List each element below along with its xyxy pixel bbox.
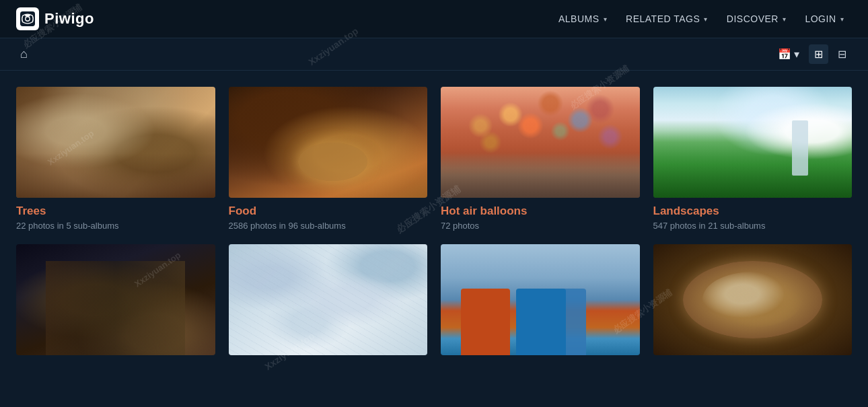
album-card-trees[interactable]: Trees 22 photos in 5 sub-albums	[16, 87, 215, 231]
album-thumbnail-latte	[653, 244, 853, 355]
album-title-landscapes: Landscapes	[653, 205, 853, 218]
album-card-food[interactable]: Food 2586 photos in 96 sub-albums	[229, 87, 428, 231]
album-card-latte[interactable]	[653, 244, 853, 355]
album-meta-balloons: 72 photos	[441, 221, 640, 231]
svg-rect-5	[25, 15, 30, 17]
album-card-balloons[interactable]: Hot air balloons 72 photos	[441, 87, 640, 231]
album-title-food: Food	[229, 205, 428, 218]
album-thumbnail-cafe	[16, 244, 215, 355]
nav-discover[interactable]: DISCOVER ▾	[719, 8, 795, 30]
chevron-down-icon: ▾	[604, 15, 608, 23]
main-content: Trees 22 photos in 5 sub-albums Food 258…	[0, 71, 868, 366]
album-title-balloons: Hot air balloons	[441, 205, 640, 218]
main-nav: ALBUMS ▾ RELATED TAGS ▾ DISCOVER ▾ LOGIN…	[550, 8, 852, 30]
navbar: Piwigo ALBUMS ▾ RELATED TAGS ▾ DISCOVER …	[0, 0, 868, 38]
nav-related-tags[interactable]: RELATED TAGS ▾	[618, 8, 716, 30]
album-thumbnail-balloons	[441, 87, 640, 198]
toolbar: ⌂ 📅 ▾ ⊞ ⊟	[0, 38, 868, 71]
mosaic-view-button[interactable]: ⊟	[832, 44, 852, 64]
album-meta-food: 2586 photos in 96 sub-albums	[229, 221, 428, 231]
svg-rect-3	[22, 17, 34, 19]
album-thumbnail-trees	[16, 87, 215, 198]
album-card-mailboxes[interactable]	[441, 244, 640, 355]
brand-name: Piwigo	[44, 10, 94, 28]
nav-login[interactable]: LOGIN ▾	[797, 8, 852, 30]
album-card-cafe[interactable]	[16, 244, 215, 355]
album-grid: Trees 22 photos in 5 sub-albums Food 258…	[16, 87, 852, 355]
album-thumbnail-frost	[229, 244, 428, 355]
album-meta-landscapes: 547 photos in 21 sub-albums	[653, 221, 853, 231]
piwigo-logo-icon	[20, 11, 35, 26]
home-button[interactable]: ⌂	[16, 43, 32, 65]
grid-view-button[interactable]: ⊞	[809, 44, 828, 64]
toolbar-right: 📅 ▾ ⊞ ⊟	[772, 44, 852, 64]
chevron-down-icon: ▾	[794, 48, 799, 61]
toolbar-left: ⌂	[16, 43, 32, 65]
album-meta-trees: 22 photos in 5 sub-albums	[16, 221, 215, 231]
album-card-frost[interactable]	[229, 244, 428, 355]
calendar-icon: 📅	[778, 48, 791, 61]
chevron-down-icon: ▾	[704, 15, 708, 23]
album-thumbnail-food	[229, 87, 428, 198]
album-thumbnail-landscapes	[653, 87, 853, 198]
nav-albums[interactable]: ALBUMS ▾	[550, 8, 615, 30]
chevron-down-icon: ▾	[783, 15, 787, 23]
brand-logo[interactable]: Piwigo	[16, 7, 94, 30]
album-title-trees: Trees	[16, 205, 215, 218]
brand-icon	[16, 7, 39, 30]
calendar-button[interactable]: 📅 ▾	[772, 44, 805, 64]
home-icon: ⌂	[20, 47, 28, 61]
grid-icon: ⊞	[814, 48, 823, 61]
mosaic-icon: ⊟	[838, 48, 846, 61]
chevron-down-icon: ▾	[840, 15, 844, 23]
album-card-landscapes[interactable]: Landscapes 547 photos in 21 sub-albums	[653, 87, 853, 231]
album-thumbnail-mailboxes	[441, 244, 640, 355]
